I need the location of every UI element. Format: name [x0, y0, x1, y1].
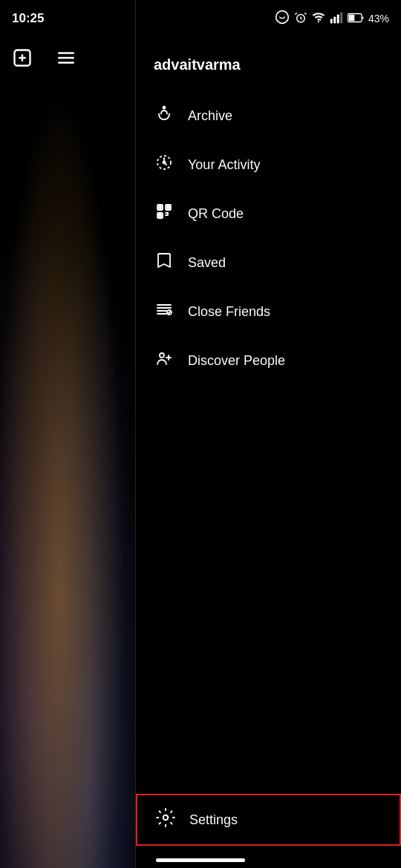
- discover-people-label: Discover People: [188, 353, 285, 369]
- status-bar: 10:25: [0, 0, 401, 37]
- status-time: 10:25: [12, 11, 44, 26]
- svg-rect-8: [349, 14, 355, 20]
- settings-label: Settings: [189, 812, 238, 828]
- svg-point-2: [318, 21, 319, 22]
- new-post-icon[interactable]: [12, 47, 33, 71]
- svg-point-24: [160, 353, 164, 358]
- close-friends-label: Close Friends: [188, 304, 270, 320]
- whatsapp-icon: [275, 10, 290, 28]
- archive-icon: [154, 105, 175, 127]
- alarm-icon: [294, 11, 307, 27]
- svg-rect-4: [333, 16, 336, 23]
- qr-icon: [154, 203, 175, 225]
- battery-icon: [348, 13, 364, 25]
- svg-point-25: [163, 815, 169, 821]
- svg-point-0: [276, 10, 289, 23]
- saved-label: Saved: [188, 255, 226, 271]
- hamburger-icon[interactable]: [56, 48, 76, 70]
- archive-label: Archive: [188, 108, 232, 124]
- menu-item-saved[interactable]: Saved: [136, 238, 401, 287]
- blurred-background: [0, 0, 135, 868]
- username: advaitvarma: [136, 45, 401, 91]
- svg-rect-16: [159, 206, 161, 208]
- svg-rect-6: [340, 12, 342, 23]
- settings-gear-icon: [155, 808, 176, 832]
- close-friends-icon: [154, 300, 175, 323]
- battery-percentage: 43%: [368, 13, 389, 24]
- svg-point-12: [163, 162, 166, 164]
- svg-rect-17: [167, 206, 169, 208]
- svg-point-10: [163, 107, 166, 109]
- menu-item-archive[interactable]: Archive: [136, 91, 401, 140]
- signal-icon: [330, 11, 343, 27]
- activity-icon: [154, 154, 175, 176]
- qr-code-label: QR Code: [188, 206, 244, 222]
- settings-button[interactable]: Settings: [136, 794, 401, 846]
- menu-item-qr-code[interactable]: QR Code: [136, 189, 401, 238]
- menu-panel: advaitvarma Archive Your Activity: [136, 37, 401, 868]
- status-icons: 43%: [275, 10, 389, 28]
- top-bar: [0, 37, 135, 82]
- menu-item-your-activity[interactable]: Your Activity: [136, 140, 401, 189]
- discover-icon: [154, 349, 175, 372]
- svg-rect-5: [337, 14, 339, 23]
- svg-rect-3: [330, 19, 333, 23]
- your-activity-label: Your Activity: [188, 157, 260, 173]
- menu-item-close-friends[interactable]: Close Friends: [136, 287, 401, 336]
- svg-rect-18: [159, 214, 161, 217]
- bookmark-icon: [154, 251, 175, 274]
- home-indicator: [156, 858, 245, 862]
- menu-item-discover-people[interactable]: Discover People: [136, 336, 401, 385]
- wifi-icon: [312, 11, 325, 27]
